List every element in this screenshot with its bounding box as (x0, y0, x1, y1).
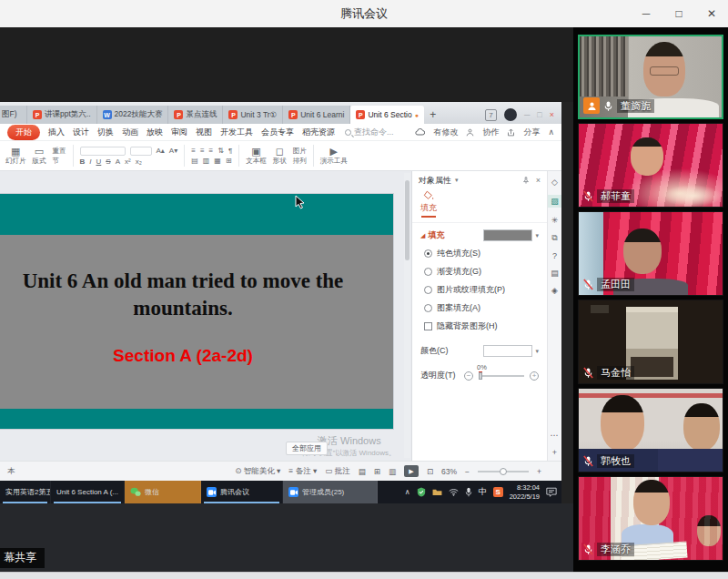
wps-minimize-button[interactable]: ─ (524, 110, 530, 119)
network-wifi-icon[interactable] (449, 488, 459, 496)
bold-button[interactable]: B (80, 158, 86, 166)
menu-view[interactable]: 视图 (196, 127, 212, 138)
taskbar-item[interactable]: 实用英语2第五.. (0, 481, 51, 503)
menu-member[interactable]: 会员专享 (261, 127, 294, 138)
security-shield-icon[interactable] (417, 487, 426, 497)
scrollbar-thumb[interactable] (405, 180, 410, 260)
participant-tile[interactable]: 马金怡 (578, 300, 723, 384)
arrange-button[interactable]: 排列 (293, 157, 307, 165)
help-icon[interactable]: ? (552, 251, 557, 260)
protect-icon[interactable]: ◈ (551, 286, 558, 295)
color-picker-swatch[interactable] (483, 345, 532, 357)
tray-expand-chevron[interactable]: ∧ (405, 488, 410, 496)
shapes-button[interactable]: ◻ 形状 (273, 147, 287, 165)
animation-pane-icon[interactable]: ✳ (551, 216, 559, 225)
menu-home[interactable]: 开始 (7, 125, 40, 140)
maximize-button[interactable]: □ (662, 0, 695, 27)
tab-document[interactable]: P 讲课ppt第六.. (27, 106, 97, 124)
reset-button[interactable]: 重置 (53, 147, 66, 155)
layout-button[interactable]: ▭ 版式 (33, 147, 46, 165)
section-collapse-icon[interactable]: ◢ (420, 232, 425, 239)
shrink-font-icon[interactable]: A▾ (169, 147, 177, 155)
command-search[interactable]: 查找命令... (345, 127, 394, 138)
share-button[interactable]: 分享 (523, 127, 540, 138)
window-manage-icon[interactable]: 7 (485, 109, 497, 121)
menu-slideshow[interactable]: 放映 (147, 127, 163, 138)
pin-icon[interactable] (522, 177, 530, 184)
view-reading-icon[interactable]: ▥ (389, 467, 396, 476)
taskbar-item-wechat[interactable]: 微信 (125, 481, 201, 503)
transparency-increase-button[interactable]: + (530, 371, 539, 381)
bullets-icon[interactable]: ▤ (191, 157, 198, 165)
present-tools-button[interactable]: ▶ 演示工具 (320, 147, 348, 165)
option-hide-background[interactable]: 隐藏背景图形(H) (424, 320, 539, 332)
align-center-icon[interactable]: ≡ (200, 147, 205, 155)
taskbar-item-members[interactable]: 管理成员(25) (283, 481, 378, 503)
new-slide-button[interactable]: ▦ 幻灯片 (5, 147, 26, 165)
grow-font-icon[interactable]: A▴ (157, 147, 165, 155)
comment-button[interactable]: ▭ 批注 (325, 466, 349, 477)
zoom-slider-thumb[interactable] (500, 468, 507, 475)
add-pane-icon[interactable]: + (552, 448, 557, 457)
view-normal-icon[interactable]: ▤ (359, 467, 366, 476)
textbox-button[interactable]: ▣ 文本框 (246, 147, 267, 165)
menu-transition[interactable]: 切换 (97, 127, 114, 138)
strikethrough-button[interactable]: S (106, 158, 110, 166)
menu-resources[interactable]: 稻壳资源 (302, 127, 335, 138)
font-size-select[interactable] (130, 147, 152, 156)
sogou-input-icon[interactable]: S (493, 487, 503, 497)
align-left-icon[interactable]: ≡ (191, 147, 196, 155)
menu-animation[interactable]: 动画 (122, 127, 138, 138)
ribbon-collapse-chevron[interactable]: ∧ (548, 127, 554, 137)
participant-tile[interactable]: 郭牧也 (578, 388, 723, 472)
more-panes-icon[interactable]: ⋯ (551, 431, 560, 440)
chevron-down-icon[interactable]: ▾ (535, 232, 539, 239)
section-button[interactable]: 节 (53, 157, 66, 165)
option-picture-fill[interactable]: 图片或纹理填充(P) (424, 284, 539, 296)
fill-color-swatch[interactable] (483, 229, 532, 241)
underline-button[interactable]: U (96, 158, 102, 166)
option-solid-fill[interactable]: 纯色填充(S) (424, 248, 539, 259)
columns-icon[interactable]: ▦ (214, 157, 221, 165)
transparency-decrease-button[interactable]: − (464, 371, 473, 381)
align-right-icon[interactable]: ≡ (209, 147, 214, 155)
wps-close-button[interactable]: × (550, 110, 554, 119)
action-center-icon[interactable] (546, 487, 557, 497)
ime-indicator[interactable]: 中 (479, 486, 487, 498)
italic-button[interactable]: I (89, 158, 91, 166)
collaborate-button[interactable]: 协作 (482, 127, 499, 138)
object-properties-icon[interactable]: ▨ (548, 195, 561, 208)
menu-devtools[interactable]: 开发工具 (220, 127, 253, 138)
vertical-scrollbar[interactable] (404, 173, 410, 458)
wps-restore-button[interactable]: □ (537, 110, 541, 119)
modified-status[interactable]: 有修改 (433, 127, 458, 138)
menu-review[interactable]: 审阅 (171, 127, 187, 138)
smart-beautify-button[interactable]: ⊙ 智能美化 ▾ (235, 466, 280, 477)
option-gradient-fill[interactable]: 渐变填充(G) (424, 266, 539, 278)
tab-document[interactable]: W 2022技能大赛 (97, 106, 169, 124)
selection-pane-icon[interactable]: ⧉ (551, 233, 557, 243)
participant-tile[interactable]: 李涵乔 (578, 476, 723, 561)
tab-document[interactable]: P Unit 6 Learni (283, 106, 350, 124)
panel-close-icon[interactable]: × (536, 176, 541, 185)
line-spacing-icon[interactable]: ⇅ (217, 147, 224, 155)
participant-tile[interactable]: 郝菲童 (578, 123, 723, 208)
fit-slide-icon[interactable]: ⊡ (427, 467, 433, 476)
close-button[interactable]: ✕ (695, 0, 728, 27)
option-pattern-fill[interactable]: 图案填充(A) (424, 302, 539, 314)
zoom-out-button[interactable]: − (465, 467, 470, 476)
tab-document-active[interactable]: P Unit 6 Sectio ● (350, 106, 423, 124)
apply-all-button[interactable]: 全部应用 (286, 442, 328, 455)
zoom-in-button[interactable]: + (537, 467, 541, 476)
font-name-select[interactable] (80, 147, 126, 156)
transparency-slider[interactable]: 0% (479, 375, 524, 377)
taskbar-item-meeting[interactable]: 腾讯会议 (201, 481, 283, 503)
numbering-icon[interactable]: ▥ (203, 157, 210, 165)
chevron-down-icon[interactable]: ▾ (455, 177, 459, 184)
text-direction-icon[interactable]: ¶ (228, 147, 232, 155)
slider-thumb[interactable] (479, 372, 482, 380)
slideshow-play-button[interactable]: ▶ (404, 465, 419, 477)
taskbar-item-wps[interactable]: V Unit 6 Section A (... (51, 481, 125, 503)
minimize-button[interactable]: ─ (630, 0, 662, 27)
tab-document-partial[interactable]: 图F) (0, 106, 27, 124)
